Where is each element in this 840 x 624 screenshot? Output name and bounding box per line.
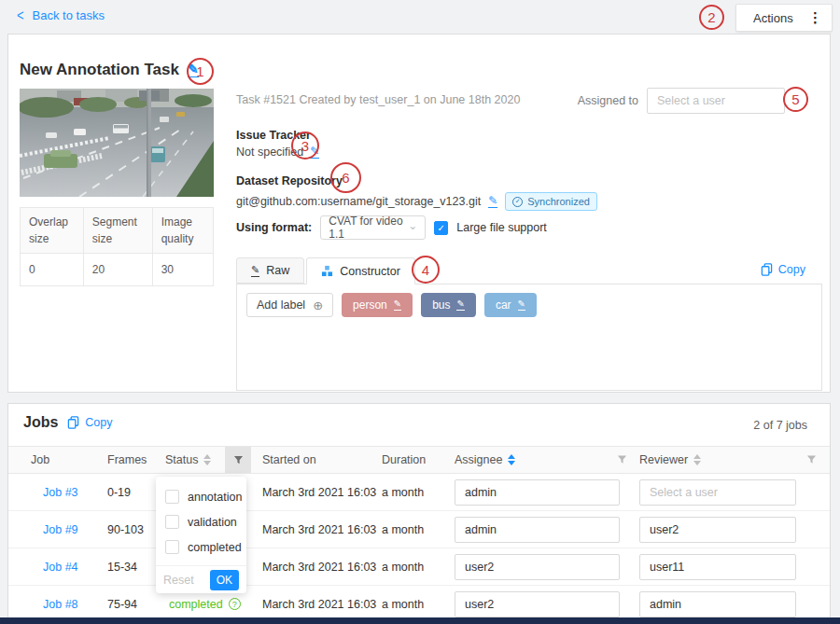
- task-preview-image: [20, 89, 214, 197]
- edit-repository-icon[interactable]: ✎: [488, 195, 497, 208]
- copy-labels-button[interactable]: Copy: [761, 263, 805, 276]
- copy-jobs-button[interactable]: Copy: [67, 416, 112, 429]
- label-chip-car[interactable]: car ✎: [484, 293, 537, 317]
- job-row-3: Job #3 0-19 March 3rd 2021 16:03 a month: [8, 474, 830, 511]
- filter-option-annotation[interactable]: annotation: [165, 484, 237, 509]
- job-reviewer-cell: [631, 554, 830, 580]
- filter-ok-button[interactable]: OK: [210, 570, 239, 590]
- raw-pencil-icon: ✎: [251, 265, 259, 277]
- reviewer-filter-icon[interactable]: [806, 455, 817, 465]
- label-chip-bus[interactable]: bus ✎: [421, 293, 476, 317]
- completed-checkbox[interactable]: [165, 540, 179, 554]
- task-title-row: New Annotation Task ✎: [20, 61, 199, 79]
- job-link[interactable]: Job #9: [23, 523, 107, 536]
- constructor-blocks-icon: [321, 265, 333, 277]
- status-filter-button[interactable]: [225, 447, 251, 473]
- format-select[interactable]: CVAT for video 1.1 ⌄: [320, 215, 426, 240]
- assigned-to-input[interactable]: [647, 88, 785, 114]
- param-value-quality: 30: [152, 254, 213, 286]
- assignee-input[interactable]: [455, 517, 620, 543]
- job-status-completed: completed ?: [165, 598, 251, 611]
- dataset-repository-value-row: git@github.com:username/git_storage_v123…: [236, 192, 597, 211]
- column-header-job: Job: [23, 447, 107, 473]
- job-reviewer-cell: [631, 479, 830, 506]
- tab-constructor[interactable]: Constructor: [306, 257, 415, 284]
- param-header-segment: Segment size: [83, 208, 152, 254]
- filter-option-validation[interactable]: validation: [165, 509, 237, 534]
- dataset-repository-block: Dataset Repository git@github.com:userna…: [236, 174, 597, 211]
- actions-button[interactable]: Actions ⋮: [735, 4, 833, 32]
- reviewer-input[interactable]: [639, 517, 796, 543]
- back-to-tasks-link[interactable]: < Back to tasks: [17, 8, 105, 22]
- dataset-repository-label: Dataset Repository: [236, 174, 597, 187]
- more-icon: ⋮: [808, 9, 822, 26]
- label-person-name: person: [353, 298, 387, 312]
- assignee-input[interactable]: [455, 554, 620, 580]
- jobs-card: Jobs Copy 2 of 7 jobs Job Frames Status: [7, 403, 831, 624]
- status-sorter-icon[interactable]: [203, 454, 211, 465]
- reviewer-input[interactable]: [639, 591, 796, 617]
- label-chip-person[interactable]: person ✎: [342, 293, 413, 317]
- annotation-option-label: annotation: [188, 491, 242, 504]
- job-duration: a month: [382, 486, 447, 499]
- job-assignee-cell: [447, 517, 631, 543]
- jobs-table-body: Job #3 0-19 March 3rd 2021 16:03 a month…: [8, 474, 830, 623]
- params-value-row: 0 20 30: [21, 254, 214, 286]
- validation-option-label: validation: [188, 516, 237, 529]
- column-header-duration: Duration: [382, 447, 447, 473]
- add-label-button[interactable]: Add label ⊕: [246, 293, 333, 317]
- labels-tabbar: ✎ Raw Constructor: [236, 257, 415, 284]
- filter-option-completed[interactable]: completed: [165, 534, 237, 560]
- column-header-status[interactable]: Status: [165, 447, 225, 473]
- filter-funnel-icon: [233, 455, 244, 465]
- page-title: New Annotation Task: [20, 61, 179, 79]
- job-reviewer-cell: [631, 591, 830, 617]
- job-frames: 75-94: [107, 598, 165, 611]
- tab-constructor-label: Constructor: [340, 265, 400, 278]
- add-label-text: Add label: [257, 298, 305, 312]
- copy-labels-label: Copy: [778, 263, 805, 276]
- copy-icon: [761, 263, 773, 276]
- large-file-checkbox[interactable]: ✓: [434, 221, 448, 235]
- param-value-overlap: 0: [21, 254, 84, 286]
- tab-raw[interactable]: ✎ Raw: [236, 257, 304, 284]
- job-link[interactable]: Job #8: [23, 598, 107, 611]
- status-info-icon[interactable]: ?: [229, 598, 241, 610]
- filter-footer: Reset OK: [156, 565, 246, 593]
- annotation-circle-2: 2: [699, 5, 724, 30]
- task-params-table: Overlap size Segment size Image quality …: [20, 207, 214, 286]
- back-chevron-icon: <: [17, 7, 24, 24]
- column-header-assignee[interactable]: Assignee: [447, 447, 631, 473]
- reviewer-input[interactable]: [639, 479, 796, 506]
- export-format-row: Using format: CVAT for video 1.1 ⌄ ✓ Lar…: [236, 215, 547, 240]
- column-header-started: Started on: [251, 447, 382, 473]
- annotation-checkbox[interactable]: [165, 490, 179, 504]
- assignee-sorter-icon[interactable]: [508, 454, 515, 465]
- edit-car-label-icon[interactable]: ✎: [518, 299, 525, 311]
- job-started: March 3rd 2021 16:03: [251, 598, 382, 611]
- job-link[interactable]: Job #4: [23, 561, 107, 574]
- assignee-input[interactable]: [455, 479, 620, 506]
- annotation-circle-4: 4: [412, 256, 440, 284]
- traffic-scene-illustration: [20, 89, 214, 197]
- large-file-label: Large file support: [456, 221, 547, 234]
- assignee-input[interactable]: [455, 591, 620, 617]
- job-started: March 3rd 2021 16:03: [251, 523, 382, 536]
- column-header-reviewer[interactable]: Reviewer: [631, 447, 830, 473]
- chevron-down-icon: ⌄: [408, 223, 417, 229]
- reviewer-sorter-icon[interactable]: [693, 454, 701, 465]
- job-row-4: Job #4 15-34 March 3rd 2021 16:03 a mont…: [8, 548, 830, 586]
- sync-status-badge[interactable]: ✓ Synchronized: [505, 192, 597, 211]
- task-meta: Task #1521 Created by test_user_1 on Jun…: [236, 93, 520, 106]
- label-bus-name: bus: [432, 298, 450, 312]
- filter-reset-button[interactable]: Reset: [163, 574, 194, 587]
- job-assignee-cell: [447, 554, 631, 580]
- validation-checkbox[interactable]: [165, 515, 179, 529]
- edit-bus-label-icon[interactable]: ✎: [456, 299, 464, 311]
- job-row-9: Job #9 90-103 March 3rd 2021 16:03 a mon…: [8, 511, 830, 548]
- edit-person-label-icon[interactable]: ✎: [394, 299, 401, 311]
- assignee-filter-icon[interactable]: [617, 455, 627, 465]
- status-filter-dropdown: annotation validation completed Reset OK: [156, 477, 246, 593]
- job-link[interactable]: Job #3: [23, 486, 107, 499]
- reviewer-input[interactable]: [639, 554, 796, 580]
